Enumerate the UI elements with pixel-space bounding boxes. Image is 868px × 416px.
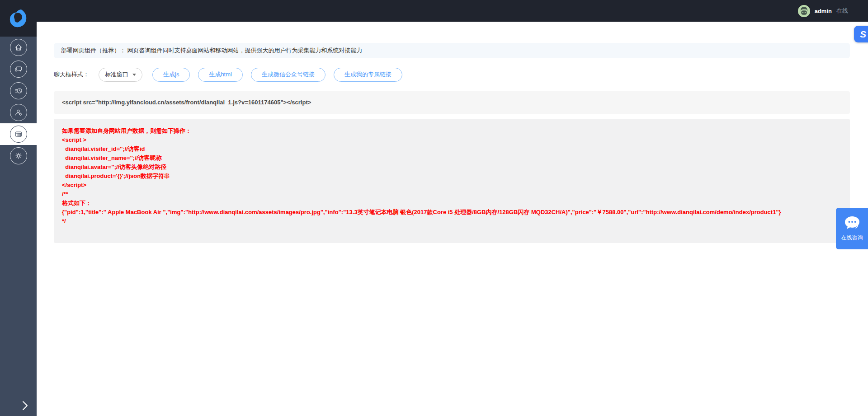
code-line: dianqilai.visiter_id='';//访客id xyxy=(62,145,842,154)
main-content: 部署网页组件（推荐）： 网页咨询组件同时支持桌面网站和移动网站，提供强大的用户行… xyxy=(37,22,868,416)
extension-badge-glyph: S xyxy=(860,29,866,40)
code-line: </script> xyxy=(62,181,842,190)
generate-wechat-link-button[interactable]: 生成微信公众号链接 xyxy=(251,68,326,82)
online-status-label: 在线 xyxy=(836,7,848,15)
code-line: <script > xyxy=(62,136,842,145)
sidebar-item-shop[interactable] xyxy=(0,123,37,145)
sidebar-expand-button[interactable] xyxy=(18,399,32,412)
user-avatar[interactable] xyxy=(798,5,810,17)
code-line: 如果需要添加自身网站用户数据，则需如下操作： xyxy=(62,126,842,136)
history-clock-icon xyxy=(10,82,27,99)
chat-bubbles-icon xyxy=(10,61,27,78)
deploy-notice-banner: 部署网页组件（推荐）： 网页咨询组件同时支持桌面网站和移动网站，提供强大的用户行… xyxy=(54,43,850,58)
generate-js-button[interactable]: 生成js xyxy=(152,68,190,82)
sidebar-item-customer[interactable] xyxy=(0,102,37,123)
app-window: admin 在线 xyxy=(0,0,868,416)
code-line: */ xyxy=(62,217,842,226)
swirl-logo-icon xyxy=(8,8,29,29)
dropdown-arrow-icon xyxy=(132,74,136,76)
code-line: /** xyxy=(62,190,842,199)
code-line: dianqilai.visiter_name='';//访客昵称 xyxy=(62,154,842,163)
instructions-code-block: 如果需要添加自身网站用户数据，则需如下操作： <script > dianqil… xyxy=(54,119,850,243)
generate-exclusive-link-button[interactable]: 生成我的专属链接 xyxy=(334,68,402,82)
username-label: admin xyxy=(815,8,832,14)
home-icon xyxy=(10,39,27,56)
generate-html-button[interactable]: 生成html xyxy=(198,68,243,82)
embed-script-code: <script src="http://img.yifancloud.cn/as… xyxy=(54,91,850,114)
chat-style-selected-value: 标准窗口 xyxy=(105,70,128,79)
code-line: {"pid":1,"title":" Apple MacBook Air ","… xyxy=(62,208,842,217)
sidebar-item-settings[interactable] xyxy=(0,145,37,167)
user-gear-icon xyxy=(10,104,27,121)
sidebar-nav xyxy=(0,37,37,416)
chevron-right-icon xyxy=(22,401,28,411)
code-line: 格式如下： xyxy=(62,199,842,208)
chat-bubble-icon xyxy=(844,215,861,231)
sidebar-item-home[interactable] xyxy=(0,37,37,58)
gear-icon xyxy=(10,147,27,164)
code-line: dianqilai.product='{}';//json数据字符串 xyxy=(62,172,842,181)
storefront-icon xyxy=(10,126,27,143)
chat-style-label: 聊天框样式： xyxy=(54,70,89,79)
chat-style-select[interactable]: 标准窗口 xyxy=(99,68,142,82)
sidebar-item-chat[interactable] xyxy=(0,58,37,80)
top-bar: admin 在线 xyxy=(0,0,868,22)
avatar-image xyxy=(798,5,810,17)
app-logo[interactable] xyxy=(0,0,37,37)
code-line: dianqilai.avatar='';//访客头像绝对路径 xyxy=(62,163,842,172)
user-menu[interactable]: admin 在线 xyxy=(798,0,848,22)
extension-badge[interactable]: S xyxy=(854,26,868,42)
chat-style-toolbar: 聊天框样式： 标准窗口 生成js 生成html 生成微信公众号链接 生成我的专属… xyxy=(54,67,410,82)
sidebar-item-history[interactable] xyxy=(0,80,37,102)
online-consult-widget[interactable]: 在线咨询 xyxy=(836,208,868,249)
online-consult-label: 在线咨询 xyxy=(841,234,863,242)
